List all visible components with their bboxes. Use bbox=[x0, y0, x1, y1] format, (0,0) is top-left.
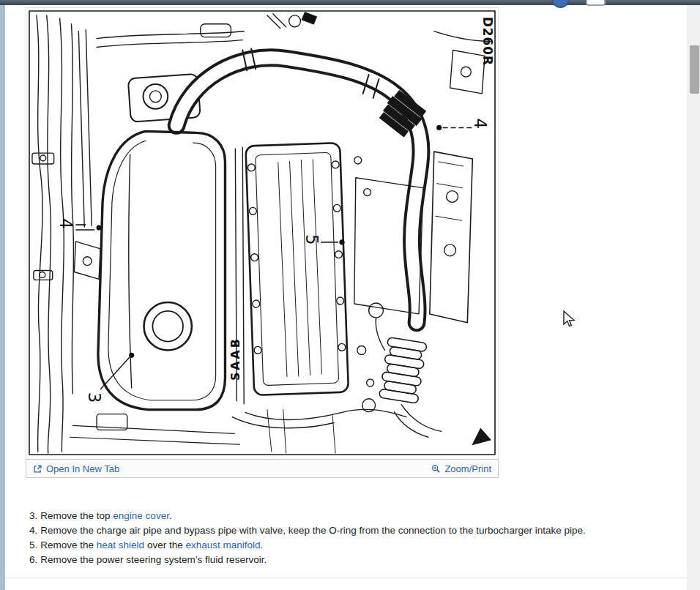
step-text: Remove the bbox=[40, 539, 97, 550]
instruction-step-5: 5.Remove the heat shield over the exhaus… bbox=[29, 538, 586, 553]
heat-shield-link[interactable]: heat shield bbox=[97, 539, 144, 550]
step-number: 4. bbox=[29, 525, 37, 536]
exhaust-manifold-link[interactable]: exhaust manifold bbox=[185, 539, 260, 550]
vertical-scrollbar[interactable] bbox=[688, 5, 700, 590]
open-in-new-tab-link[interactable]: Open In New Tab bbox=[33, 463, 119, 474]
brand-text: SAAB bbox=[228, 337, 242, 381]
partial-blue-circle-icon[interactable] bbox=[551, 0, 570, 8]
zoom-print-link[interactable]: Zoom/Print bbox=[431, 463, 491, 474]
callouts: 4 3 5 4 bbox=[56, 17, 496, 403]
instruction-step-6: 6.Remove the power steering system’s flu… bbox=[29, 553, 586, 567]
corner-mark bbox=[472, 427, 491, 445]
step-number: 6. bbox=[29, 554, 37, 565]
step-text: over the bbox=[144, 539, 185, 550]
svg-text:4: 4 bbox=[56, 218, 75, 228]
zoom-print-label: Zoom/Print bbox=[444, 463, 491, 474]
charge-air-pipe bbox=[176, 58, 421, 323]
step-text: . bbox=[260, 539, 263, 550]
instruction-steps: 3.Remove the top engine cover. 4.Remove … bbox=[29, 509, 586, 567]
page: SAAB bbox=[0, 0, 700, 590]
callout-3: 3 bbox=[85, 353, 134, 403]
valve-cover bbox=[245, 143, 349, 395]
engine-diagram[interactable]: SAAB bbox=[26, 7, 499, 460]
zoom-icon bbox=[431, 464, 441, 474]
mouse-cursor bbox=[563, 310, 576, 329]
svg-text:3: 3 bbox=[85, 392, 104, 403]
step-text: Remove the top bbox=[40, 510, 113, 521]
instruction-step-3: 3.Remove the top engine cover. bbox=[29, 509, 586, 523]
engine-bay-line-art: SAAB bbox=[28, 10, 496, 458]
figure-toolbar: Open In New Tab Zoom/Print bbox=[26, 459, 499, 478]
svg-text:4: 4 bbox=[471, 119, 490, 129]
diagram-code: D260R bbox=[480, 17, 495, 66]
diagram-figure: SAAB bbox=[26, 7, 499, 478]
section-divider bbox=[5, 578, 688, 578]
engine-cover-link[interactable]: engine cover bbox=[113, 510, 169, 521]
left-panel-edge bbox=[0, 5, 5, 590]
intake-bellows bbox=[379, 337, 427, 404]
step-text: . bbox=[169, 510, 172, 521]
svg-text:5: 5 bbox=[302, 234, 321, 244]
open-in-new-tab-label: Open In New Tab bbox=[46, 463, 119, 474]
partial-print-icon[interactable] bbox=[586, 0, 606, 6]
open-in-new-tab-icon bbox=[33, 464, 42, 474]
callout-5: 5 bbox=[302, 234, 344, 244]
drawing-frame bbox=[29, 11, 495, 455]
step-number: 3. bbox=[29, 510, 37, 521]
step-number: 5. bbox=[29, 539, 37, 550]
engine-cover-outline bbox=[98, 131, 225, 409]
callout-4-right: 4 bbox=[436, 119, 490, 130]
scrollbar-thumb[interactable] bbox=[690, 45, 699, 94]
callout-4-left: 4 bbox=[56, 218, 102, 230]
step-text: Remove the charge air pipe and bypass pi… bbox=[40, 525, 585, 536]
step-text: Remove the power steering system’s fluid… bbox=[40, 554, 267, 565]
instruction-step-4: 4.Remove the charge air pipe and bypass … bbox=[29, 523, 586, 538]
